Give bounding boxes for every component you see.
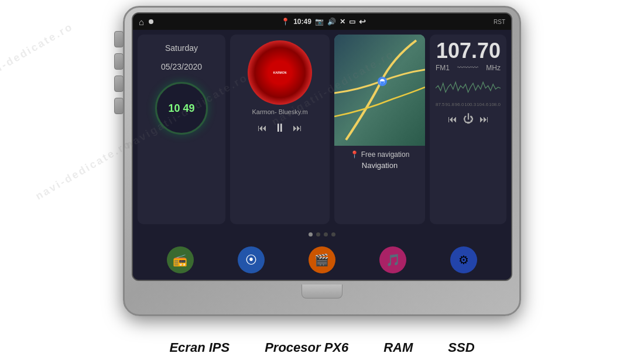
date-clock-card: Saturday 05/23/2020 10 49 bbox=[138, 35, 225, 224]
screen-icon[interactable]: ▭ bbox=[349, 18, 355, 26]
side-btn-4[interactable] bbox=[114, 98, 124, 114]
map-bottom: 📍 Free navigation Navigation bbox=[334, 146, 425, 174]
pin-icon: 📍 bbox=[281, 18, 290, 26]
rst-label[interactable]: RST bbox=[494, 19, 505, 25]
video-icon: 🎬 bbox=[314, 253, 329, 267]
free-nav-label: Free navigation bbox=[361, 150, 410, 159]
radio-app-icon: 📻 bbox=[173, 253, 187, 267]
dot-indicator bbox=[149, 19, 153, 24]
side-btn-1[interactable] bbox=[114, 31, 124, 47]
specs-bar: Ecran IPS Procesor PX6 RAM SSD bbox=[0, 340, 644, 355]
radio-prev-button[interactable]: ⏮ bbox=[448, 114, 457, 125]
chin-connector bbox=[302, 284, 342, 299]
status-center: 📍 10:49 📷 🔊 ✕ ▭ ↩ bbox=[281, 17, 366, 26]
scale-2: 91.8 bbox=[445, 102, 454, 107]
spec-ssd: SSD bbox=[448, 340, 474, 355]
camera-icon: 📷 bbox=[315, 18, 324, 26]
radio-waveform-icon: 〰〰〰 bbox=[457, 64, 478, 72]
spec-procesor: Procesor PX6 bbox=[265, 340, 348, 355]
spec-ram: RAM bbox=[383, 340, 413, 355]
clock-time: 10 49 bbox=[168, 102, 194, 115]
music-card: KARMON Karmon- Bluesky.m ⏮ ⏸ ⏭ bbox=[230, 35, 330, 224]
radio-frequency: 107.70 bbox=[436, 40, 501, 61]
play-pause-button[interactable]: ⏸ bbox=[274, 121, 286, 135]
bottom-bar: 📻 ⦿ 🎬 🎵 ⚙ bbox=[133, 240, 511, 280]
date-day: Saturday bbox=[143, 43, 220, 54]
next-button[interactable]: ⏭ bbox=[293, 123, 302, 133]
radio-power-button[interactable]: ⏻ bbox=[463, 113, 474, 125]
dot-3[interactable] bbox=[324, 232, 328, 236]
scale-3: 96.0 bbox=[455, 102, 464, 107]
side-buttons bbox=[114, 31, 124, 114]
radio-controls: ⏮ ⏻ ⏭ bbox=[436, 113, 501, 125]
prev-button[interactable]: ⏮ bbox=[258, 123, 267, 133]
settings-icon: ⚙ bbox=[458, 253, 469, 267]
radio-scale: 87.5 91.8 96.0 100.3 104.6 108.0 bbox=[436, 102, 501, 107]
scale-1: 87.5 bbox=[436, 102, 445, 107]
watermark-3: navi-dedicate.ro bbox=[33, 138, 134, 203]
map-visual bbox=[334, 35, 425, 146]
scale-4: 100.3 bbox=[464, 102, 476, 107]
car-unit: ⌂ 📍 10:49 📷 🔊 ✕ ▭ ↩ RST Saturday 05/23/2… bbox=[123, 6, 521, 316]
status-left: ⌂ bbox=[139, 17, 153, 27]
pagination-dots bbox=[133, 229, 511, 240]
side-btn-3[interactable] bbox=[114, 76, 124, 92]
status-bar: ⌂ 📍 10:49 📷 🔊 ✕ ▭ ↩ RST bbox=[133, 13, 511, 30]
side-btn-2[interactable] bbox=[114, 53, 124, 70]
scale-6: 108.0 bbox=[489, 102, 501, 107]
screen-bezel: ⌂ 📍 10:49 📷 🔊 ✕ ▭ ↩ RST Saturday 05/23/2… bbox=[132, 12, 512, 281]
main-screen: Saturday 05/23/2020 10 49 KARMON Karmon-… bbox=[133, 30, 511, 229]
dot-2[interactable] bbox=[316, 232, 320, 236]
radio-app-button[interactable]: 📻 bbox=[167, 246, 194, 273]
radio-waveform bbox=[436, 77, 501, 97]
free-nav-text: 📍 Free navigation bbox=[350, 150, 410, 159]
close-icon[interactable]: ✕ bbox=[340, 18, 345, 26]
music-controls: ⏮ ⏸ ⏭ bbox=[258, 121, 302, 135]
status-time: 10:49 bbox=[293, 18, 311, 26]
radio-mode-label: FM1 bbox=[436, 64, 450, 72]
vinyl-record: KARMON bbox=[248, 40, 312, 105]
map-pin-icon: 📍 bbox=[350, 150, 359, 159]
dot-4[interactable] bbox=[331, 232, 335, 236]
map-card[interactable]: 📍 Free navigation Navigation bbox=[334, 35, 425, 224]
watermark-1: navi-dedicate.ro bbox=[0, 20, 76, 85]
date-value: 05/23/2020 bbox=[143, 61, 220, 73]
music-button[interactable]: 🎵 bbox=[379, 246, 406, 273]
volume-icon: 🔊 bbox=[327, 18, 336, 26]
home-icon[interactable]: ⌂ bbox=[139, 17, 144, 27]
bottom-chin bbox=[132, 281, 512, 311]
brand-label: KARMON bbox=[273, 71, 287, 74]
status-right: RST bbox=[494, 19, 505, 25]
radio-card: 107.70 FM1 〰〰〰 MHz 87.5 91.8 96.0 100.3 bbox=[430, 35, 506, 224]
radio-mhz-label: MHz bbox=[486, 64, 501, 72]
music-title: Karmon- Bluesky.m bbox=[236, 108, 324, 115]
clock-circle: 10 49 bbox=[155, 82, 208, 135]
bluetooth-button[interactable]: ⦿ bbox=[238, 246, 265, 273]
spec-ecran: Ecran IPS bbox=[169, 340, 229, 355]
navigation-label: Navigation bbox=[362, 161, 398, 170]
bluetooth-icon: ⦿ bbox=[245, 253, 257, 267]
radio-mode-bar: FM1 〰〰〰 MHz bbox=[436, 64, 501, 72]
video-button[interactable]: 🎬 bbox=[309, 246, 335, 273]
vinyl-label: KARMON bbox=[268, 61, 292, 84]
back-icon[interactable]: ↩ bbox=[359, 17, 366, 26]
settings-button[interactable]: ⚙ bbox=[450, 246, 477, 273]
radio-next-button[interactable]: ⏭ bbox=[479, 114, 489, 125]
music-icon: 🎵 bbox=[386, 253, 400, 267]
dot-1[interactable] bbox=[309, 232, 313, 236]
scale-5: 104.6 bbox=[477, 102, 488, 107]
